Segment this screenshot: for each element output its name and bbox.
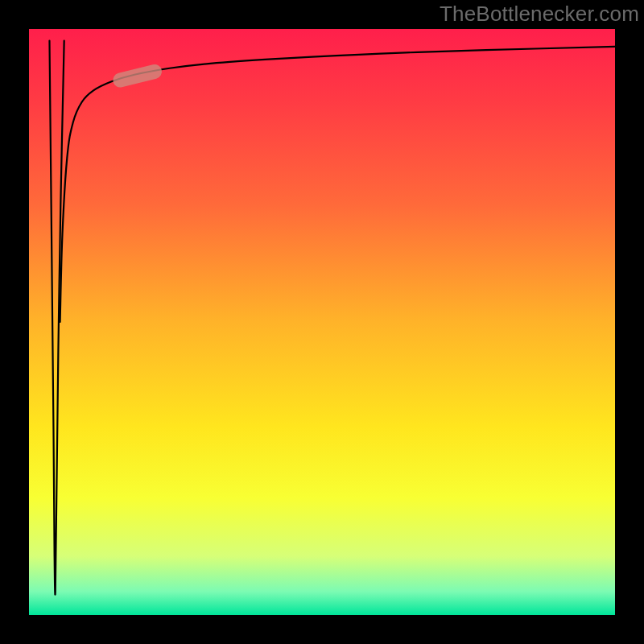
gradient-background (29, 29, 615, 615)
bottleneck-chart (0, 0, 644, 644)
chart-container: TheBottlenecker.com (0, 0, 644, 644)
watermark-label: TheBottlenecker.com (440, 2, 639, 27)
